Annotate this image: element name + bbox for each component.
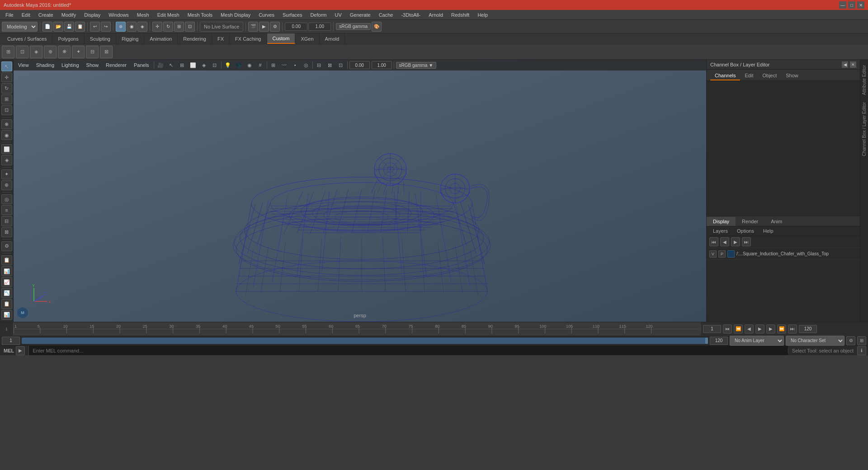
- anim-layer-dropdown[interactable]: No Anim Layer: [730, 336, 784, 346]
- layer-btn-6[interactable]: 📊: [1, 310, 12, 320]
- vp-select-btn[interactable]: ↖: [167, 61, 176, 70]
- move-tool-btn[interactable]: ✛: [1, 72, 12, 82]
- layer-btn[interactable]: 📋: [1, 255, 12, 265]
- rotate-btn[interactable]: ↻: [163, 22, 173, 32]
- prev-frame-btn[interactable]: ◀: [720, 237, 729, 246]
- menu-item-curves[interactable]: Curves: [255, 11, 278, 19]
- render-settings-btn[interactable]: ⚙: [270, 22, 280, 32]
- box-btn[interactable]: ⬜: [1, 144, 12, 154]
- range-bar-start[interactable]: [2, 337, 20, 345]
- layer-vis-btn[interactable]: V: [709, 250, 717, 258]
- attr-editor-side-tab[interactable]: Attribute Editor: [861, 61, 868, 99]
- menu-item-file[interactable]: File: [2, 11, 17, 19]
- shelf-tab-arnold[interactable]: Arnold: [320, 33, 345, 44]
- channels-tab[interactable]: Channels: [710, 71, 740, 80]
- ipr-btn[interactable]: ▶: [259, 22, 269, 32]
- next-key-tl-btn[interactable]: ⏩: [777, 324, 786, 334]
- edit-tab[interactable]: Edit: [740, 71, 758, 80]
- save-as-btn[interactable]: 📋: [75, 22, 85, 32]
- menu-item-cache[interactable]: Cache: [375, 11, 397, 19]
- vp-xray-btn[interactable]: ⊠: [326, 61, 335, 70]
- menu-item-mesh[interactable]: Mesh: [133, 11, 153, 19]
- help-sub-tab[interactable]: Help: [760, 227, 777, 235]
- select-btn[interactable]: ⊕: [116, 22, 126, 32]
- vp-gamma-btn[interactable]: sRGB gamma ▼: [396, 62, 436, 69]
- vp-snap-curve-btn[interactable]: 〰: [280, 61, 289, 70]
- vp-camera-btn[interactable]: 🎥: [156, 61, 165, 70]
- next-frame-btn[interactable]: ▶: [731, 237, 740, 246]
- vp-snap-view-btn[interactable]: ◎: [302, 61, 311, 70]
- shelf-tab-rigging[interactable]: Rigging: [116, 33, 144, 44]
- prev-key-tl-btn[interactable]: ⏪: [734, 324, 743, 334]
- menu-item-redshift[interactable]: Redshift: [448, 11, 473, 19]
- menu-item-display[interactable]: Display: [80, 11, 104, 19]
- vp-shaded-btn[interactable]: ◈: [199, 61, 208, 70]
- vp-field1[interactable]: [349, 61, 370, 69]
- vp-light-btn[interactable]: 💡: [223, 61, 232, 70]
- object-tab[interactable]: Object: [758, 71, 781, 80]
- vp-snap-grid-btn[interactable]: ⊞: [269, 61, 278, 70]
- render-tab[interactable]: Render: [736, 217, 764, 226]
- channel-box-close-btn[interactable]: ✕: [850, 61, 856, 68]
- range-end-field[interactable]: [799, 325, 817, 333]
- soft-sel-btn[interactable]: ❋: [1, 119, 12, 129]
- show-menu[interactable]: Show: [84, 61, 102, 69]
- lasso-btn[interactable]: ◉: [127, 22, 137, 32]
- show-tab[interactable]: Show: [781, 71, 803, 80]
- layer-btn-5[interactable]: 📋: [1, 299, 12, 309]
- color-mgmt-btn[interactable]: 🎨: [372, 22, 382, 32]
- rotate-tool-btn[interactable]: ↻: [1, 83, 12, 93]
- scale-btn[interactable]: ⊞: [174, 22, 184, 32]
- timeline-ruler[interactable]: 1 5 10 15 20 25 30 35 40 45 50 55 60: [14, 322, 701, 335]
- anim-prefs-btn-2[interactable]: ⊞: [857, 336, 866, 345]
- select-tool-btn[interactable]: ↖: [1, 61, 12, 71]
- shelf-tab-animation[interactable]: Animation: [144, 33, 178, 44]
- range-handle[interactable]: [705, 338, 708, 344]
- vp-shaded-wire-btn[interactable]: ⊡: [210, 61, 219, 70]
- renderer-menu[interactable]: Renderer: [103, 61, 129, 69]
- prev-frame-tl-btn[interactable]: ◀: [745, 324, 754, 334]
- play-btn[interactable]: ▶: [755, 324, 764, 334]
- shelf-icon-7[interactable]: ⊟: [86, 46, 99, 58]
- status-info-btn[interactable]: ℹ: [857, 346, 866, 355]
- shelf-tab-fx[interactable]: FX: [212, 33, 230, 44]
- layer-btn-2[interactable]: 📊: [1, 266, 12, 276]
- shelf-icon-6[interactable]: ✦: [72, 46, 85, 58]
- menu-item-generate[interactable]: Generate: [346, 11, 374, 19]
- menu-item--3dtoall-[interactable]: -3DtoAll-: [397, 11, 424, 19]
- close-button[interactable]: ✕: [857, 1, 864, 9]
- menu-item-edit-mesh[interactable]: Edit Mesh: [154, 11, 183, 19]
- vp-solid-btn[interactable]: ⬜: [189, 61, 198, 70]
- layer-btn-3[interactable]: 📈: [1, 277, 12, 287]
- transform-tool-btn[interactable]: ⊡: [1, 105, 12, 115]
- vp-wireframe-btn[interactable]: ⊞: [178, 61, 187, 70]
- range-start-field[interactable]: [703, 325, 721, 333]
- menu-item-create[interactable]: Create: [35, 11, 57, 19]
- vp-snap-point-btn[interactable]: •: [291, 61, 300, 70]
- anim-prefs-btn[interactable]: ⚙: [846, 336, 855, 345]
- paint-sel-btn[interactable]: ◉: [1, 130, 12, 140]
- open-btn[interactable]: 📂: [53, 22, 63, 32]
- mel-input[interactable]: [29, 346, 788, 355]
- custom-btn-3[interactable]: ⊠: [1, 227, 12, 237]
- shading-menu[interactable]: Shading: [33, 61, 57, 69]
- shelf-tab-sculpting[interactable]: Sculpting: [85, 33, 116, 44]
- custom-btn-1[interactable]: ≡: [1, 205, 12, 215]
- vp-field2[interactable]: [372, 61, 392, 69]
- layer-btn-4[interactable]: 📉: [1, 288, 12, 298]
- layer-row[interactable]: V P /:...Square_Induction_Chafer_with_Gl…: [707, 248, 860, 260]
- shelf-icon-1[interactable]: ⊞: [2, 46, 14, 58]
- redo-btn[interactable]: ↪: [101, 22, 111, 32]
- menu-item-surfaces[interactable]: Surfaces: [279, 11, 306, 19]
- field1-input[interactable]: [285, 23, 307, 31]
- shelf-tab-xgen[interactable]: XGen: [295, 33, 319, 44]
- save-btn[interactable]: 💾: [64, 22, 74, 32]
- vp-back-btn[interactable]: ⊡: [336, 61, 345, 70]
- shelf-tab-custom[interactable]: Custom: [267, 33, 296, 44]
- layer-p-btn[interactable]: P: [718, 250, 726, 258]
- menu-item-uv[interactable]: UV: [331, 11, 345, 19]
- transform-btn[interactable]: ⊡: [185, 22, 195, 32]
- shelf-icon-2[interactable]: ⊡: [16, 46, 28, 58]
- view-menu[interactable]: View: [15, 61, 32, 69]
- lighting-menu[interactable]: Lighting: [59, 61, 82, 69]
